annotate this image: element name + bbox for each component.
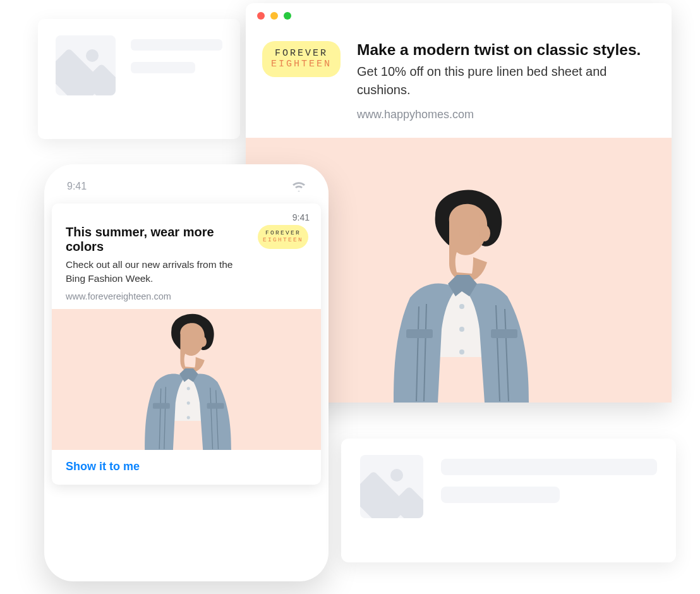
svg-rect-7	[153, 403, 170, 409]
svg-point-6	[199, 337, 207, 348]
person-figure-icon	[120, 309, 253, 450]
text-placeholder-lines	[441, 455, 657, 546]
svg-point-9	[187, 387, 190, 391]
window-controls	[246, 3, 672, 28]
notification-headline: This summer, wear more colors	[66, 225, 251, 254]
person-figure-icon	[361, 180, 557, 403]
image-placeholder-icon	[56, 35, 116, 95]
svg-rect-8	[207, 403, 224, 409]
window-maximize-icon[interactable]	[284, 12, 291, 20]
notification-subhead: Check out all our new arrivals from the …	[66, 258, 251, 285]
notification-card[interactable]: 9:41 This summer, wear more colors Check…	[52, 203, 321, 485]
brand-logo: FOREVER EIGHTEEN	[262, 41, 341, 77]
phone-mock: 9:41 9:41 This summer, wear more colors …	[44, 164, 329, 581]
svg-point-3	[459, 304, 464, 309]
notification-link[interactable]: www.forevereighteen.com	[66, 291, 251, 301]
svg-rect-2	[491, 329, 517, 338]
svg-point-5	[459, 349, 464, 355]
window-minimize-icon[interactable]	[270, 12, 278, 20]
brand-line2: EIGHTEEN	[263, 237, 303, 244]
brand-line1: FOREVER	[271, 48, 332, 59]
notification-time: 9:41	[293, 212, 310, 222]
svg-point-0	[479, 225, 490, 241]
ad-link[interactable]: www.happyhomes.com	[357, 108, 655, 121]
brand-line2: EIGHTEEN	[271, 59, 332, 70]
placeholder-card-top-left	[38, 19, 240, 139]
svg-point-4	[459, 327, 464, 332]
window-close-icon[interactable]	[257, 12, 265, 20]
wifi-icon	[292, 181, 306, 191]
notification-hero-image	[52, 309, 321, 450]
image-placeholder-icon	[360, 455, 423, 518]
svg-point-10	[187, 402, 190, 405]
brand-logo-small: FOREVER EIGHTEEN	[258, 225, 308, 249]
status-time: 9:41	[67, 181, 87, 192]
svg-rect-1	[406, 329, 433, 338]
ad-headline: Make a modern twist on classic styles.	[357, 41, 655, 59]
svg-point-11	[187, 416, 190, 420]
ad-subhead: Get 10% off on this pure linen bed sheet…	[357, 63, 655, 99]
cta-button[interactable]: Show it to me	[52, 450, 321, 485]
text-placeholder-lines	[131, 35, 222, 123]
placeholder-card-bottom-right	[341, 439, 676, 562]
